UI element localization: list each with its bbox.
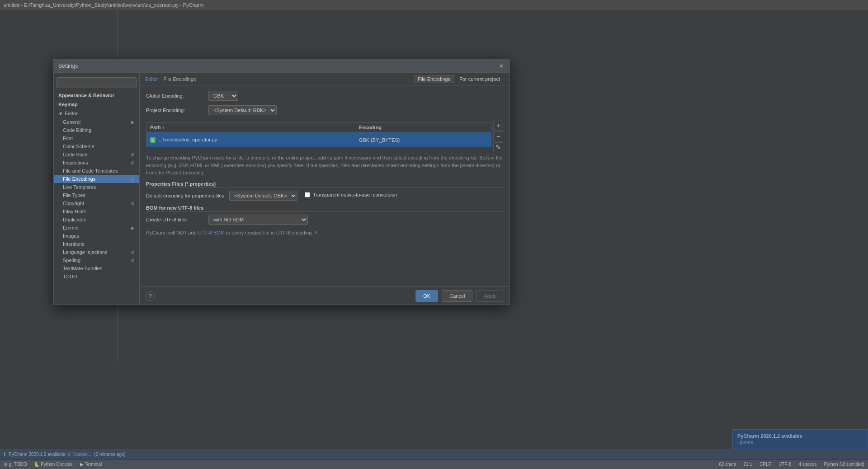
global-encoding-row: Global Encoding: GBK UTF-8 — [146, 91, 503, 101]
nav-item-language-injections-label: Language Injections — [63, 249, 107, 255]
utf8-bom-link[interactable]: UTF-8 BOM — [198, 230, 225, 235]
nav-item-file-types[interactable]: File Types — [54, 191, 139, 199]
project-encoding-row: Project Encoding: <System Default: GBK> — [146, 105, 503, 115]
nav-item-live-templates[interactable]: Live Templates — [54, 183, 139, 191]
create-utf8-select[interactable]: with NO BOM with BOM — [208, 215, 308, 225]
default-encoding-select[interactable]: <System Default: GBK> — [229, 191, 297, 201]
file-icon: 🐍 — [150, 137, 156, 143]
help-button[interactable]: ? — [145, 291, 155, 301]
nav-section-editor[interactable]: ▼ Editor — [54, 109, 139, 118]
nav-item-font[interactable]: Font — [54, 134, 139, 142]
dialog-titlebar: Settings × — [54, 59, 509, 73]
bom-note: PyCharm will NOT add UTF-8 BOM to every … — [146, 229, 503, 237]
project-encoding-select[interactable]: <System Default: GBK> — [208, 105, 277, 115]
nav-item-language-injections[interactable]: Language Injections ⚙ — [54, 248, 139, 256]
title-bar: untitled - E:\Tsinghua_University\Python… — [0, 0, 868, 10]
table-row[interactable]: 🐍 ...\venv\src\os_operator.py GBK (BY_BY… — [146, 132, 491, 148]
remove-encoding-button[interactable]: − — [493, 131, 503, 141]
create-utf8-label: Create UTF-8 files: — [146, 217, 205, 222]
nav-item-copyright-label: Copyright — [63, 201, 84, 206]
bom-section-header: BOM for new UTF-8 files — [146, 205, 503, 212]
nav-item-inspections[interactable]: Inspections ⚙ — [54, 159, 139, 167]
nav-item-todo[interactable]: TODO — [54, 272, 139, 281]
nav-item-color-scheme-label: Color Scheme — [63, 144, 94, 149]
create-utf8-row: Create UTF-8 files: with NO BOM with BOM — [146, 215, 503, 225]
nav-item-inspections-label: Inspections — [63, 160, 88, 165]
edit-encoding-button[interactable]: ✎ — [493, 142, 503, 152]
default-encoding-row: Default encoding for properties files: <… — [146, 191, 503, 201]
global-encoding-select[interactable]: GBK UTF-8 — [208, 91, 238, 101]
nav-item-general-label: General — [63, 119, 80, 125]
nav-item-copyright[interactable]: Copyright ⚙ — [54, 199, 139, 207]
notification-update-link[interactable]: Update... — [737, 440, 758, 445]
nav-item-general-arrow: ▶ — [131, 120, 135, 125]
status-python-version: Python 3.8 (untitled) — [824, 462, 865, 467]
nav-item-file-types-label: File Types — [63, 192, 85, 198]
status-python-console[interactable]: 🐍 Python Console — [34, 462, 72, 467]
ok-button[interactable]: OK — [415, 290, 438, 302]
nav-item-images-label: Images — [63, 233, 79, 239]
nav-item-font-label: Font — [63, 136, 73, 141]
breadcrumb-separator: › — [160, 76, 162, 82]
cancel-button[interactable]: Cancel — [442, 290, 472, 302]
nav-item-code-editing-label: Code Editing — [63, 127, 91, 133]
settings-search-input[interactable] — [57, 77, 137, 88]
nav-item-emmet[interactable]: Emmet ▶ — [54, 224, 139, 232]
nav-item-file-encodings-badge: ⚙ — [131, 177, 135, 182]
nav-item-intentions-label: Intentions — [63, 241, 85, 247]
nav-item-duplicates[interactable]: Duplicates — [54, 216, 139, 224]
nav-section-appearance[interactable]: Appearance & Behavior — [54, 91, 139, 100]
nav-section-keymap-label: Keymap — [58, 102, 78, 107]
status-bar: ⚙ g: TODO 🐍 Python Console ▶ Terminal 62… — [0, 459, 868, 469]
content-area: Global Encoding: GBK UTF-8 Project Encod… — [140, 85, 509, 286]
nav-item-file-code-templates[interactable]: File and Code Templates — [54, 167, 139, 175]
add-encoding-button[interactable]: + — [493, 121, 503, 131]
col-encoding: Encoding — [355, 123, 491, 132]
status-chars: 62 chars — [719, 462, 736, 467]
dialog-footer: ? OK Cancel Apply — [140, 286, 509, 305]
dialog-close-button[interactable]: × — [498, 62, 505, 70]
update-time: (2 minutes ago) — [94, 452, 125, 457]
status-indent: 4 spaces — [798, 462, 816, 467]
encoding-table: Path ↑ Encoding 🐍 ...\venv\src\os_operat… — [146, 122, 491, 148]
breadcrumb-parent[interactable]: Editor — [145, 76, 158, 82]
breadcrumb-bar: Editor › File Encodings File Encodings F… — [140, 73, 509, 85]
table-cell-encoding: GBK (BY_BYTES) — [355, 132, 491, 148]
encoding-info-text: To change encoding PyCharm uses for a fi… — [146, 154, 503, 177]
tab-for-current-project[interactable]: For current project — [455, 75, 504, 83]
nav-item-file-encodings-label: File Encodings — [63, 176, 95, 182]
nav-item-code-style[interactable]: Code Style ⚙ — [54, 150, 139, 159]
status-encoding: UTF-8 — [778, 462, 791, 467]
nav-item-intentions[interactable]: Intentions — [54, 240, 139, 248]
nav-item-color-scheme[interactable]: Color Scheme — [54, 142, 139, 150]
update-link[interactable]: Update... — [73, 452, 92, 457]
status-terminal[interactable]: ▶ Terminal — [80, 462, 102, 467]
nav-panel: Appearance & Behavior Keymap ▼ Editor Ge… — [54, 73, 140, 305]
nav-item-spelling[interactable]: Spelling ⚙ — [54, 256, 139, 264]
global-encoding-label: Global Encoding: — [146, 93, 205, 98]
transparent-conversion-checkbox[interactable] — [305, 192, 310, 197]
nav-item-spelling-badge: ⚙ — [131, 258, 135, 263]
tab-file-encodings[interactable]: File Encodings — [414, 75, 454, 83]
status-todo[interactable]: ⚙ g: TODO — [4, 462, 27, 467]
nav-section-keymap[interactable]: Keymap — [54, 100, 139, 109]
nav-item-emmet-label: Emmet — [63, 225, 79, 230]
nav-item-live-templates-label: Live Templates — [63, 184, 96, 190]
nav-item-todo-label: TODO — [63, 274, 77, 279]
encoding-table-wrapper: Path ↑ Encoding 🐍 ...\venv\src\os_operat… — [146, 120, 503, 152]
nav-item-images[interactable]: Images — [54, 232, 139, 240]
title-text: untitled - E:\Tsinghua_University\Python… — [4, 2, 204, 8]
nav-item-inlay-hints[interactable]: Inlay Hints — [54, 207, 139, 216]
default-encoding-label: Default encoding for properties files: — [146, 193, 226, 198]
nav-item-code-style-badge: ⚙ — [131, 152, 135, 157]
nav-item-duplicates-label: Duplicates — [63, 217, 86, 222]
status-crlf: CRLF — [760, 462, 771, 467]
status-update-bar: ℹ PyCharm 2020.1.2 available: // Update.… — [0, 449, 868, 459]
nav-item-code-editing[interactable]: Code Editing — [54, 126, 139, 134]
apply-button[interactable]: Apply — [476, 290, 504, 302]
nav-item-general[interactable]: General ▶ — [54, 118, 139, 126]
nav-item-file-encodings[interactable]: File Encodings ⚙ — [54, 175, 139, 183]
path-value: ...\venv\src\os_operator.py — [159, 137, 217, 142]
notification-panel: PyCharm 2020.1.2 available Update... — [732, 429, 868, 449]
nav-item-textmate-bundles[interactable]: TextMate Bundles — [54, 264, 139, 272]
